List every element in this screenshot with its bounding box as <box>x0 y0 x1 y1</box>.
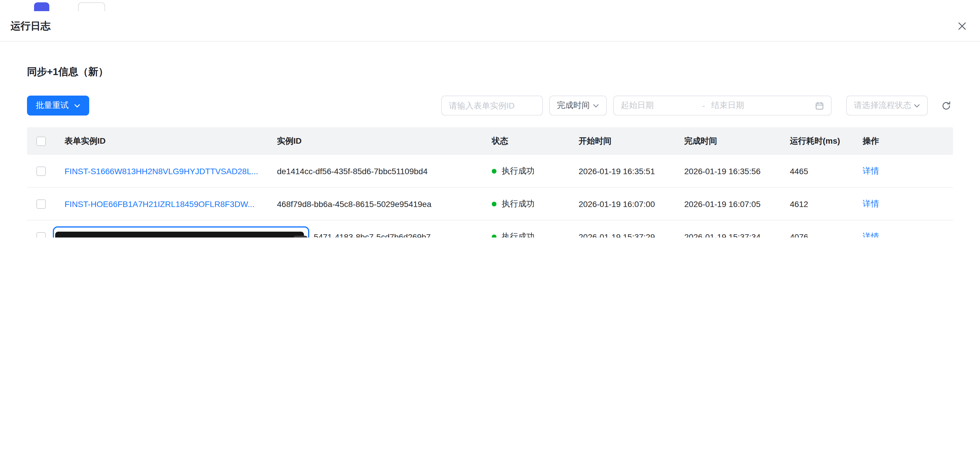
time-type-select[interactable]: 完成时间 <box>549 95 607 116</box>
column-header-status: 状态 <box>492 136 579 146</box>
flow-status-placeholder: 请选择流程状态 <box>854 100 912 111</box>
refresh-icon <box>941 100 951 111</box>
duration-text: 4465 <box>790 166 808 176</box>
form-instance-id-link[interactable]: FINST-HOE66FB1A7H21IZRL18459OFLR8F3DW... <box>65 199 255 208</box>
column-header-finish-time: 完成时间 <box>684 136 790 146</box>
copy-button[interactable] <box>293 236 307 237</box>
close-button[interactable] <box>954 19 969 34</box>
status-success-dot <box>492 168 496 173</box>
row-checkbox[interactable] <box>37 166 46 176</box>
flow-status-select[interactable]: 请选择流程状态 <box>846 95 928 116</box>
column-header-start-time: 开始时间 <box>579 136 684 146</box>
duration-text: 4612 <box>790 199 808 208</box>
close-icon <box>958 22 966 30</box>
date-end-placeholder: 结束日期 <box>711 100 815 111</box>
select-all-checkbox[interactable] <box>37 137 46 146</box>
section-title: 同步+1信息（新） <box>0 41 980 79</box>
finish-time-text: 2026-01-19 16:35:56 <box>684 166 760 176</box>
run-log-table: 表单实例ID 实例ID 状态 开始时间 完成时间 运行耗时(ms) 操作 FIN… <box>27 127 953 237</box>
chevron-down-icon <box>593 102 599 109</box>
detail-link[interactable]: 详情 <box>862 166 879 176</box>
batch-retry-button[interactable]: 批量重试 <box>27 95 89 116</box>
table-header-row: 表单实例ID 实例ID 状态 开始时间 完成时间 运行耗时(ms) 操作 <box>27 127 953 155</box>
background-page-sliver <box>0 0 980 11</box>
column-header-form-instance-id: 表单实例ID <box>65 136 277 146</box>
start-time-text: 2026-01-19 16:07:00 <box>579 199 655 208</box>
date-range-picker[interactable]: 起始日期 - 结束日期 <box>613 95 832 116</box>
table-row: FINST-S1666W813HH2N8VLG9HYJDTTVSAD28L...… <box>27 155 953 187</box>
toolbar-filters: 完成时间 起始日期 - 结束日期 请选择流程状态 <box>441 95 953 116</box>
date-start-placeholder: 起始日期 <box>621 100 696 111</box>
status-text: 执行成功 <box>502 231 535 237</box>
start-time-text: 2026-01-19 15:37:29 <box>579 232 655 237</box>
finish-time-text: 2026-01-19 15:37:34 <box>684 232 760 237</box>
batch-retry-label: 批量重试 <box>36 100 68 111</box>
row-checkbox[interactable] <box>37 199 46 208</box>
start-time-text: 2026-01-19 16:35:51 <box>579 166 655 176</box>
status-text: 执行成功 <box>502 166 535 176</box>
time-type-value: 完成时间 <box>557 100 590 111</box>
chevron-down-icon <box>74 102 80 109</box>
chevron-down-icon <box>914 102 920 109</box>
row-checkbox[interactable] <box>37 232 46 237</box>
table-body: FINST-S1666W813HH2N8VLG9HYJDTTVSAD28L...… <box>27 155 953 237</box>
table-row: FINST-HOE66FB1A7H21IZRL18459OFLR8F3DW...… <box>27 187 953 221</box>
instance-id-tooltip: FINST-L4766FB1TUG23JCZODNEO8Z885A53ZKHHU… <box>55 232 304 237</box>
detail-link[interactable]: 详情 <box>862 231 879 237</box>
detail-link[interactable]: 详情 <box>862 199 879 209</box>
column-header-instance-id: 实例ID <box>277 136 492 146</box>
column-header-duration: 运行耗时(ms) <box>790 136 862 146</box>
refresh-button[interactable] <box>939 98 953 113</box>
date-range-separator: - <box>696 101 711 110</box>
duration-text: 4076 <box>790 232 808 237</box>
finish-time-text: 2026-01-19 16:07:05 <box>684 199 760 208</box>
drawer-title: 运行日志 <box>11 19 51 33</box>
instance-id-text: -5471-4183-8bc7-5cd7b6d269b7 <box>311 232 431 237</box>
status-success-dot <box>492 234 496 237</box>
form-instance-id-link[interactable]: FINST-S1666W813HH2N8VLG9HYJDTTVSAD28L... <box>65 166 258 176</box>
column-header-action: 操作 <box>862 136 946 146</box>
toolbar: 批量重试 完成时间 起始日期 - 结束日期 <box>27 95 953 116</box>
instance-id-text: 468f79d8-bb6a-45c8-8615-5029e95419ea <box>277 199 431 208</box>
search-form-instance-id-input[interactable] <box>441 95 543 116</box>
status-text: 执行成功 <box>502 199 535 209</box>
run-log-drawer: 运行日志 同步+1信息（新） 批量重试 完成时间 起始日期 <box>0 0 980 237</box>
drawer-header: 运行日志 <box>0 11 980 41</box>
status-success-dot <box>492 202 496 206</box>
instance-id-text: de1414cc-df56-435f-85d6-7bbc51109bd4 <box>277 166 428 176</box>
calendar-icon <box>815 101 824 110</box>
